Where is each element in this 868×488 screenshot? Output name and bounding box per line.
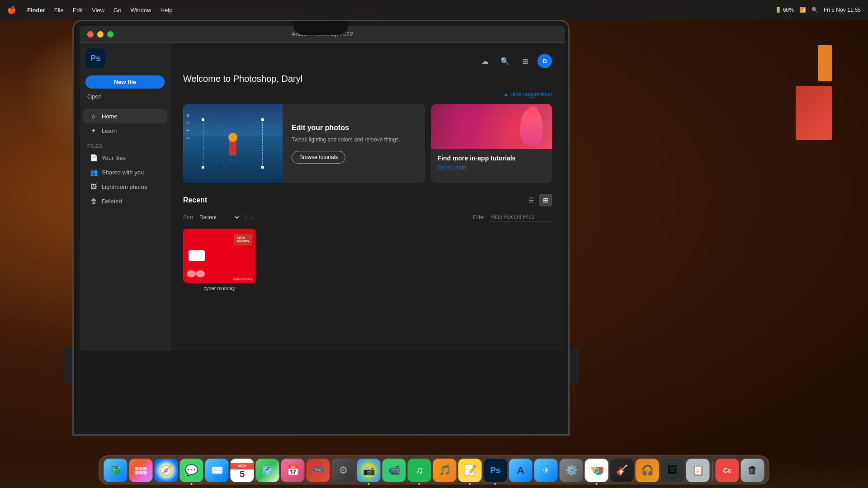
battery-indicator: 🔋 60%	[775, 7, 794, 13]
view-toggle: ☰ ⊞	[525, 194, 552, 206]
search-icon[interactable]: 🔍	[498, 54, 512, 68]
dock-calendar[interactable]: NOV 5	[231, 459, 254, 482]
red-decoration	[796, 86, 832, 140]
orange-bookmark	[818, 45, 832, 81]
dock-capo[interactable]: 🎵	[433, 459, 457, 482]
suggestions-bar: ▲ Hide suggestions	[183, 91, 552, 98]
home-icon: ⌂	[90, 113, 97, 120]
photos-dot	[368, 483, 370, 485]
recent-title: Recent	[183, 196, 207, 204]
file-card[interactable]: cybermonday Oculus Quest 2 cyber monday	[183, 229, 255, 291]
laptop-frame: Adobe Photoshop 2022 Ps New file Open ⌂ …	[72, 20, 570, 436]
deleted-label: Deleted	[102, 198, 122, 205]
sidebar-item-learn[interactable]: ✦ Learn	[83, 123, 167, 138]
dock-testflight[interactable]: ✈	[534, 459, 558, 482]
go-to-learn-link[interactable]: Go to Learn	[438, 164, 546, 171]
hide-suggestions-button[interactable]: ▲ Hide suggestions	[503, 91, 552, 98]
filter-input[interactable]	[489, 213, 552, 221]
plugins-icon[interactable]: ⊞	[518, 54, 532, 68]
dock-messages[interactable]: 💬	[180, 459, 203, 482]
browse-tutorials-button[interactable]: Browse tutorials	[292, 151, 345, 164]
deleted-icon: 🗑	[90, 197, 97, 205]
sidebar-item-home[interactable]: ⌂ Home	[83, 109, 167, 123]
dock-garageband[interactable]: 🎸	[610, 459, 634, 482]
learn-icon: ✦	[90, 127, 97, 134]
sort-select[interactable]: Recent Name Date Modified	[198, 214, 241, 221]
dock-compressor[interactable]: ⚙	[332, 459, 355, 482]
menubar-help[interactable]: Help	[160, 7, 173, 14]
dock-finder[interactable]: 🐉	[104, 459, 127, 482]
files-grid: cybermonday Oculus Quest 2 cyber monday	[183, 229, 552, 291]
apple-menu[interactable]: 🍎	[7, 6, 16, 14]
edit-photos-desc: Tweak lighting and colors and remove thi…	[292, 136, 400, 144]
menubar-finder[interactable]: Finder	[27, 7, 45, 14]
learn-label: Learn	[102, 127, 117, 134]
tutorials-title: Find more in-app tutorials	[438, 155, 546, 162]
dock-image-tools[interactable]: 🖼	[661, 459, 684, 482]
sidebar-item-deleted[interactable]: 🗑 Deleted	[83, 194, 167, 208]
chevron-up-icon: ▲	[503, 91, 509, 98]
search-indicator[interactable]: 🔍	[811, 7, 818, 13]
cal-day: 5	[240, 469, 245, 479]
wifi-indicator: 📶	[799, 7, 806, 13]
dock-launchpad[interactable]	[129, 459, 153, 482]
dock-system-preferences[interactable]: ⚙️	[560, 459, 583, 482]
grid-view-button[interactable]: ⊞	[539, 194, 552, 206]
your-files-icon: 📄	[90, 154, 97, 161]
ps-logo: Ps	[85, 48, 105, 68]
menubar-window[interactable]: Window	[130, 7, 151, 14]
filter-area: Filter	[473, 213, 552, 221]
right-decoration	[764, 45, 832, 271]
dock-divider	[712, 461, 713, 479]
sort-direction-button[interactable]: ↓	[251, 214, 254, 221]
dock-appstore[interactable]: A	[509, 459, 533, 482]
flamingo-visual	[431, 104, 552, 149]
dock-archive[interactable]: 📋	[686, 459, 710, 482]
dock-mail[interactable]: ✉️	[205, 459, 229, 482]
menubar-view[interactable]: View	[92, 7, 104, 14]
dock-app9[interactable]: 🎮	[307, 459, 330, 482]
menubar-go[interactable]: Go	[113, 7, 121, 14]
sidebar-item-shared[interactable]: 👥 Shared with you	[83, 165, 167, 179]
cyber-monday-image: cybermonday Oculus Quest 2	[183, 229, 255, 283]
photoshop-dot	[495, 483, 496, 485]
sort-bar: Sort Recent Name Date Modified | ↓ Filte…	[183, 213, 552, 221]
recent-header: Recent ☰ ⊞	[183, 194, 552, 206]
dock-headphones-app[interactable]: 🎧	[636, 459, 659, 482]
dock-fantastical[interactable]: 📅	[281, 459, 305, 482]
maximize-button[interactable]	[107, 31, 113, 38]
ps-dock-icon: Ps	[490, 466, 500, 475]
dock-notes[interactable]: 📝	[458, 459, 482, 482]
chrome-icon	[590, 464, 603, 477]
shared-icon: 👥	[90, 169, 97, 176]
laptop-screen: Adobe Photoshop 2022 Ps New file Open ⌂ …	[80, 26, 565, 351]
dock-photos[interactable]: 📸	[357, 459, 381, 482]
close-button[interactable]	[87, 31, 94, 38]
camera-notch	[294, 21, 348, 35]
minimize-button[interactable]	[97, 31, 104, 38]
sidebar-item-lightroom[interactable]: 🖼 Lightroom photos	[83, 179, 167, 194]
dock-spotify[interactable]: ♫	[408, 459, 431, 482]
open-file-button[interactable]: Open	[85, 91, 104, 102]
list-view-button[interactable]: ☰	[525, 194, 538, 206]
user-avatar[interactable]: D	[538, 54, 552, 68]
dock-adobe-cc[interactable]: Cc	[716, 459, 739, 482]
new-file-button[interactable]: New file	[85, 75, 165, 89]
dock-facetime[interactable]: 📹	[382, 459, 406, 482]
dock-safari[interactable]: 🧭	[155, 459, 178, 482]
messages-dot	[191, 483, 193, 485]
dock-chrome[interactable]	[585, 459, 609, 482]
cards-row: ⊕ ✂ ✒ ✏ Edit your photos Tweak lighting …	[183, 104, 552, 183]
cal-month: NOV	[231, 463, 254, 469]
dock-maps[interactable]: 🗺️	[256, 459, 279, 482]
cloud-icon[interactable]: ☁	[478, 54, 492, 68]
dock-trash[interactable]: 🗑	[741, 459, 764, 482]
menubar-edit[interactable]: Edit	[73, 7, 83, 14]
sort-divider: |	[245, 213, 247, 221]
dock-photoshop[interactable]: Ps	[484, 459, 507, 482]
menubar-file[interactable]: File	[54, 7, 64, 14]
edit-photos-content: Edit your photos Tweak lighting and colo…	[283, 104, 409, 183]
menubar-right: 🔋 60% 📶 🔍 Fri 5 Nov 11:55	[775, 7, 861, 13]
tutorials-card: Find more in-app tutorials Go to Learn	[431, 104, 552, 183]
sidebar-item-your-files[interactable]: 📄 Your files	[83, 150, 167, 165]
